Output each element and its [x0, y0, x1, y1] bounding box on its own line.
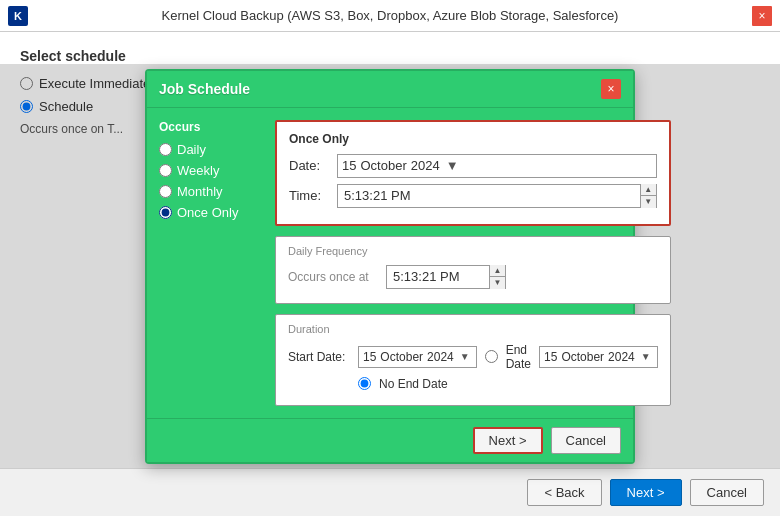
- occurs-daily-radio[interactable]: [159, 143, 172, 156]
- time-label: Time:: [289, 188, 329, 203]
- occurs-monthly-option[interactable]: Monthly: [159, 184, 259, 199]
- start-date-input[interactable]: 15 October 2024 ▼: [358, 346, 477, 368]
- occurs-once-only-label: Once Only: [177, 205, 238, 220]
- occurs-once-at-label: Occurs once at: [288, 270, 378, 284]
- window-close-button[interactable]: ×: [752, 6, 772, 26]
- dialog-title: Job Schedule: [159, 81, 250, 97]
- start-date-picker-button[interactable]: ▼: [458, 351, 472, 362]
- occurs-daily-option[interactable]: Daily: [159, 142, 259, 157]
- occurs-panel: Occurs Daily Weekly Monthly: [159, 120, 259, 406]
- end-date-month: October: [561, 350, 604, 364]
- dialog-next-button[interactable]: Next >: [473, 427, 543, 454]
- occurs-label: Occurs: [159, 120, 259, 134]
- occurs-once-at-row: Occurs once at 5:13:21 PM ▲ ▼: [288, 265, 658, 289]
- end-date-year: 2024: [608, 350, 635, 364]
- page-title: Select schedule: [20, 48, 760, 64]
- no-end-date-row: No End Date: [288, 377, 658, 391]
- once-only-box: Once Only Date: 15 October 2024 ▼: [275, 120, 671, 226]
- dialog-footer: Next > Cancel: [147, 418, 633, 462]
- occurs-weekly-option[interactable]: Weekly: [159, 163, 259, 178]
- end-date-day: 15: [544, 350, 557, 364]
- dialog-body: Occurs Daily Weekly Monthly: [147, 108, 633, 418]
- duration-box: Duration Start Date: 15 October 2024 ▼ E…: [275, 314, 671, 406]
- back-button[interactable]: < Back: [527, 479, 601, 506]
- date-month: October: [360, 158, 406, 173]
- date-field-row: Date: 15 October 2024 ▼: [289, 154, 657, 178]
- end-date-label: End Date: [506, 343, 531, 371]
- occurs-once-only-option[interactable]: Once Only: [159, 205, 259, 220]
- window-title: Kernel Cloud Backup (AWS S3, Box, Dropbo…: [28, 8, 752, 23]
- daily-freq-time-down-button[interactable]: ▼: [489, 277, 505, 289]
- daily-freq-time-spinner[interactable]: ▲ ▼: [489, 265, 505, 289]
- time-input[interactable]: 5:13:21 PM ▲ ▼: [337, 184, 657, 208]
- dialog-header: Job Schedule ×: [147, 71, 633, 108]
- daily-freq-time-value: 5:13:21 PM: [387, 269, 489, 284]
- daily-frequency-box: Daily Frequency Occurs once at 5:13:21 P…: [275, 236, 671, 304]
- start-date-row: Start Date: 15 October 2024 ▼ End Date 1…: [288, 343, 658, 371]
- start-date-label: Start Date:: [288, 350, 350, 364]
- occurs-monthly-radio[interactable]: [159, 185, 172, 198]
- time-field-row: Time: 5:13:21 PM ▲ ▼: [289, 184, 657, 208]
- occurs-once-only-radio[interactable]: [159, 206, 172, 219]
- once-only-title: Once Only: [289, 132, 657, 146]
- dialog-close-button[interactable]: ×: [601, 79, 621, 99]
- cancel-button[interactable]: Cancel: [690, 479, 764, 506]
- start-date-month: October: [380, 350, 423, 364]
- modal-overlay: Job Schedule × Occurs Daily Weekly: [0, 64, 780, 468]
- no-end-date-radio[interactable]: [358, 377, 371, 390]
- start-date-day: 15: [363, 350, 376, 364]
- time-up-button[interactable]: ▲: [640, 184, 656, 196]
- date-day: 15: [342, 158, 356, 173]
- date-year: 2024: [411, 158, 440, 173]
- end-date-radio[interactable]: [485, 350, 498, 363]
- main-content: Select schedule Execute Immediate Schedu…: [0, 32, 780, 516]
- date-picker-button[interactable]: ▼: [444, 158, 461, 173]
- daily-frequency-title: Daily Frequency: [288, 245, 658, 257]
- occurs-daily-label: Daily: [177, 142, 206, 157]
- start-date-year: 2024: [427, 350, 454, 364]
- app-logo: K: [8, 6, 28, 26]
- end-date-input[interactable]: 15 October 2024 ▼: [539, 346, 658, 368]
- date-input[interactable]: 15 October 2024 ▼: [337, 154, 657, 178]
- job-schedule-dialog: Job Schedule × Occurs Daily Weekly: [145, 69, 635, 464]
- time-value: 5:13:21 PM: [338, 188, 640, 203]
- end-date-picker-button[interactable]: ▼: [639, 351, 653, 362]
- duration-title: Duration: [288, 323, 658, 335]
- occurs-weekly-label: Weekly: [177, 163, 219, 178]
- daily-freq-time-up-button[interactable]: ▲: [489, 265, 505, 277]
- footer-bar: < Back Next > Cancel: [0, 468, 780, 516]
- occurs-weekly-radio[interactable]: [159, 164, 172, 177]
- no-end-date-label: No End Date: [379, 377, 448, 391]
- right-panel: Once Only Date: 15 October 2024 ▼: [275, 120, 671, 406]
- time-down-button[interactable]: ▼: [640, 196, 656, 208]
- date-label: Date:: [289, 158, 329, 173]
- next-button[interactable]: Next >: [610, 479, 682, 506]
- dialog-cancel-button[interactable]: Cancel: [551, 427, 621, 454]
- time-spinner[interactable]: ▲ ▼: [640, 184, 656, 208]
- title-bar: K Kernel Cloud Backup (AWS S3, Box, Drop…: [0, 0, 780, 32]
- occurs-monthly-label: Monthly: [177, 184, 223, 199]
- daily-freq-time-input[interactable]: 5:13:21 PM ▲ ▼: [386, 265, 506, 289]
